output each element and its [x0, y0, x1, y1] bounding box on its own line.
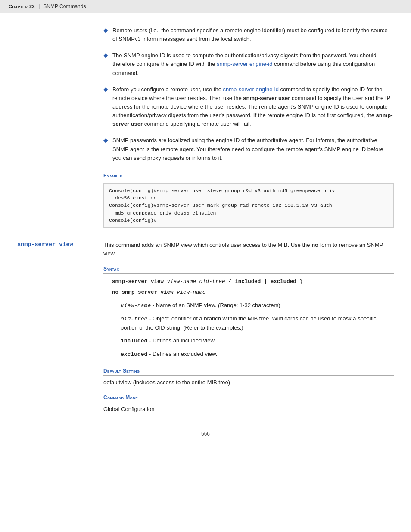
syntax-no-cmd: no snmp-server view: [112, 289, 174, 296]
param-desc-view-name: - Name of an SNMP view. (Range: 1-32 cha…: [153, 302, 280, 308]
param-excluded: excluded - Defines an excluded view.: [121, 350, 394, 359]
page-number: – 566 –: [17, 431, 394, 445]
header-separator: |: [38, 3, 40, 9]
example-label: Example: [103, 173, 394, 180]
param-name-included: included: [121, 338, 147, 344]
syntax-section: Syntax snmp-server view view-name oid-tr…: [103, 266, 394, 359]
syntax-brace-2: }: [299, 279, 303, 285]
bullet-text-1: Remote users (i.e., the command specifie…: [112, 26, 394, 44]
syntax-cmd-bold-1: snmp-server view: [112, 279, 164, 285]
param-oid-tree: oid-tree - Object identifier of a branch…: [121, 314, 394, 332]
command-desc-col: This command adds an SNMP view which con…: [103, 241, 394, 414]
bullet-section: ◆ Remote users (i.e., the command specif…: [103, 26, 394, 162]
command-name: snmp-server view: [17, 241, 73, 248]
bullet-diamond-4: ◆: [103, 137, 108, 143]
syntax-excluded: excluded: [271, 279, 296, 285]
bullet-diamond-2: ◆: [103, 52, 108, 59]
command-section-snmp-server-view: snmp-server view This command adds an SN…: [17, 241, 394, 414]
bullet-item-3: ◆ Before you configure a remote user, us…: [103, 85, 394, 129]
default-setting-section: Default Setting defaultview (includes ac…: [103, 368, 394, 387]
link-engine-id-2[interactable]: snmp-server engine-id: [223, 86, 279, 93]
param-name-excluded: excluded: [121, 351, 147, 358]
syntax-included: included: [235, 279, 261, 285]
bullet-text-2: The SNMP engine ID is used to compute th…: [112, 51, 394, 77]
param-desc-oid-tree: - Object identifier of a branch within t…: [121, 315, 377, 331]
default-setting-value: defaultview (includes access to the enti…: [103, 378, 394, 387]
bullet-diamond-1: ◆: [103, 27, 108, 34]
command-mode-label: Command Mode: [103, 395, 394, 402]
default-setting-label: Default Setting: [103, 368, 394, 376]
example-section: Example Console(config)#snmp-server user…: [103, 173, 394, 228]
param-view-name: view-name - Name of an SNMP view. (Range…: [121, 301, 394, 310]
bullet-item-1: ◆ Remote users (i.e., the command specif…: [103, 26, 394, 44]
link-engine-id-1[interactable]: snmp-server engine-id: [217, 61, 272, 67]
bullet-item-4: ◆ SNMP passwords are localized using the…: [103, 136, 394, 162]
syntax-line-1: snmp-server view view-name oid-tree { in…: [112, 278, 394, 286]
param-list: view-name - Name of an SNMP view. (Range…: [121, 301, 394, 359]
command-description: This command adds an SNMP view which con…: [103, 241, 394, 258]
command-name-col: snmp-server view: [17, 241, 103, 414]
param-desc-excluded: - Defines an excluded view.: [149, 351, 217, 357]
syntax-line-2: no snmp-server view view-name: [112, 289, 394, 297]
code-block: Console(config)#snmp-server user steve g…: [103, 183, 394, 228]
param-name-oid-tree: oid-tree: [121, 316, 147, 322]
bullet-text-4: SNMP passwords are localized using the e…: [112, 136, 394, 162]
syntax-view-name: view-name: [177, 289, 206, 296]
param-desc-included: - Defines an included view.: [149, 337, 216, 344]
bullet-item-2: ◆ The SNMP engine ID is used to compute …: [103, 51, 394, 77]
chapter-label: Chapter 22: [9, 4, 35, 9]
command-mode-section: Command Mode Global Configuration: [103, 395, 394, 414]
syntax-brace-1: {: [228, 279, 232, 285]
header-page-title: SNMP Commands: [43, 3, 86, 9]
syntax-pipe: |: [264, 279, 271, 285]
page-content: ◆ Remote users (i.e., the command specif…: [0, 13, 411, 463]
param-included: included - Defines an included view.: [121, 336, 394, 345]
syntax-label: Syntax: [103, 266, 394, 274]
page-header: Chapter 22 | SNMP Commands: [0, 0, 411, 13]
bullet-text-3: Before you configure a remote user, use …: [112, 85, 394, 129]
param-name-view-name: view-name: [121, 302, 151, 309]
bullet-diamond-3: ◆: [103, 86, 108, 93]
command-mode-value: Global Configuration: [103, 405, 394, 414]
syntax-italic-1: view-name oid-tree: [167, 279, 225, 285]
